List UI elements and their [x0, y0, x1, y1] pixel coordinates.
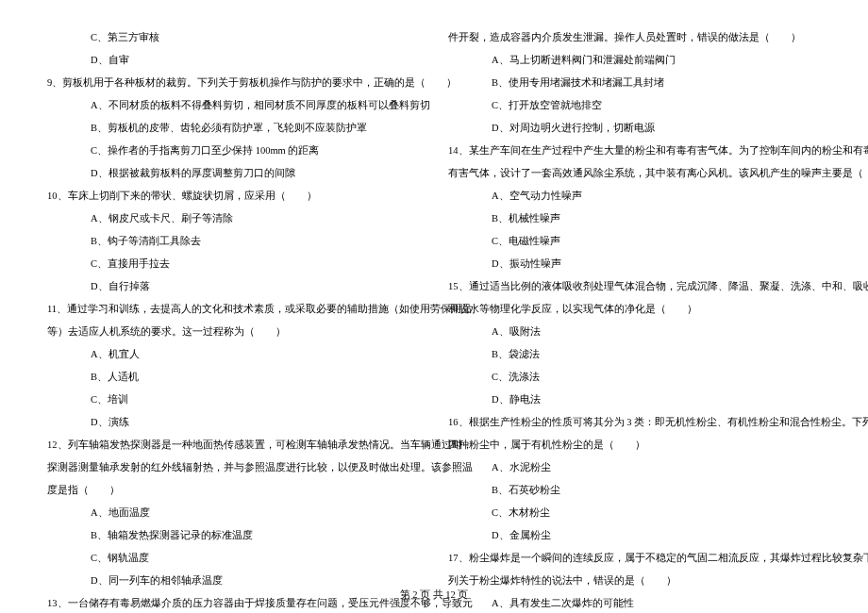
option-text: C、操作者的手指离剪刀口至少保持 100mm 的距离: [47, 140, 420, 162]
option-text: C、电磁性噪声: [448, 230, 821, 253]
option-text: B、轴箱发热探测器记录的标准温度: [47, 524, 420, 547]
option-text: B、人适机: [47, 366, 420, 389]
option-text: C、钢轨温度: [47, 547, 420, 570]
question-continuation: 探测器测量轴承发射的红外线辐射热，并与参照温度进行比较，以便及时做出处理。该参照…: [47, 456, 420, 479]
option-text: C、木材粉尘: [448, 502, 821, 524]
option-text: A、地面温度: [47, 502, 420, 524]
option-text: A、不同材质的板料不得叠料剪切，相同材质不同厚度的板料可以叠料剪切: [47, 94, 420, 117]
option-text: A、马上切断进料阀门和泄漏处前端阀门: [448, 49, 821, 72]
question-text: 14、某生产车间在生产过程中产生大量的粉尘和有毒有害气体。为了控制车间内的粉尘和…: [448, 140, 821, 162]
question-text: 16、根据生产性粉尘的性质可将其分为 3 类：即无机性粉尘、有机性粉尘和混合性粉…: [448, 411, 821, 434]
left-column: C、第三方审核 D、自审 9、剪板机用于各种板材的裁剪。下列关于剪板机操作与防护…: [47, 26, 434, 575]
option-text: C、直接用手拉去: [47, 253, 420, 275]
right-column: 件开裂，造成容器内介质发生泄漏。操作人员处置时，错误的做法是（ ） A、马上切断…: [434, 26, 821, 575]
question-text: 11、通过学习和训练，去提高人的文化和技术素质，或采取必要的辅助措施（如使用劳保…: [47, 298, 420, 321]
option-text: B、钩子等清削工具除去: [47, 230, 420, 253]
question-continuation: 有害气体，设计了一套高效通风除尘系统，其中装有离心风机。该风机产生的噪声主要是（…: [448, 162, 821, 185]
page-footer: 第 2 页 共 12 页: [0, 588, 868, 602]
question-text: 15、通过适当比例的液体吸收剂处理气体混合物，完成沉降、降温、聚凝、洗涤、中和、…: [448, 275, 821, 298]
question-text: 12、列车轴箱发热探测器是一种地面热传感装置，可检测车轴轴承发热情况。当车辆通过…: [47, 434, 420, 456]
option-text: C、洗涤法: [448, 366, 821, 389]
question-text: 10、车床上切削下来的带状、螺旋状切屑，应采用（ ）: [47, 185, 420, 207]
option-text: A、吸附法: [448, 321, 821, 343]
option-text: B、使用专用堵漏技术和堵漏工具封堵: [448, 72, 821, 94]
question-continuation: 件开裂，造成容器内介质发生泄漏。操作人员处置时，错误的做法是（ ）: [448, 26, 821, 49]
option-text: D、自审: [47, 49, 420, 72]
option-text: D、演练: [47, 411, 420, 434]
option-text: C、培训: [47, 389, 420, 411]
question-text: 17、粉尘爆炸是一个瞬间的连续反应，属于不稳定的气固二相流反应，其爆炸过程比较复…: [448, 547, 821, 570]
option-text: D、根据被裁剪板料的厚度调整剪刀口的间隙: [47, 162, 420, 185]
option-text: D、静电法: [448, 389, 821, 411]
option-text: C、第三方审核: [47, 26, 420, 49]
question-continuation: 度是指（ ）: [47, 479, 420, 502]
option-text: B、机械性噪声: [448, 207, 821, 230]
page-content: C、第三方审核 D、自审 9、剪板机用于各种板材的裁剪。下列关于剪板机操作与防护…: [0, 0, 868, 575]
option-text: D、对周边明火进行控制，切断电源: [448, 117, 821, 140]
option-text: A、钢皮尺或卡尺、刷子等清除: [47, 207, 420, 230]
option-text: B、剪板机的皮带、齿轮必须有防护罩，飞轮则不应装防护罩: [47, 117, 420, 140]
question-continuation: 等）去适应人机系统的要求。这一过程称为（ ）: [47, 321, 420, 343]
option-text: A、空气动力性噪声: [448, 185, 821, 207]
option-text: D、金属粉尘: [448, 524, 821, 547]
question-text: 9、剪板机用于各种板材的裁剪。下列关于剪板机操作与防护的要求中，正确的是（ ）: [47, 72, 420, 94]
option-text: D、振动性噪声: [448, 253, 821, 275]
question-continuation: 四种粉尘中，属于有机性粉尘的是（ ）: [448, 434, 821, 456]
question-continuation: 和脱水等物理化学反应，以实现气体的净化是（ ）: [448, 298, 821, 321]
option-text: A、水泥粉尘: [448, 456, 821, 479]
option-text: A、机宜人: [47, 343, 420, 366]
option-text: C、打开放空管就地排空: [448, 94, 821, 117]
option-text: B、石英砂粉尘: [448, 479, 821, 502]
option-text: D、自行掉落: [47, 275, 420, 298]
option-text: B、袋滤法: [448, 343, 821, 366]
